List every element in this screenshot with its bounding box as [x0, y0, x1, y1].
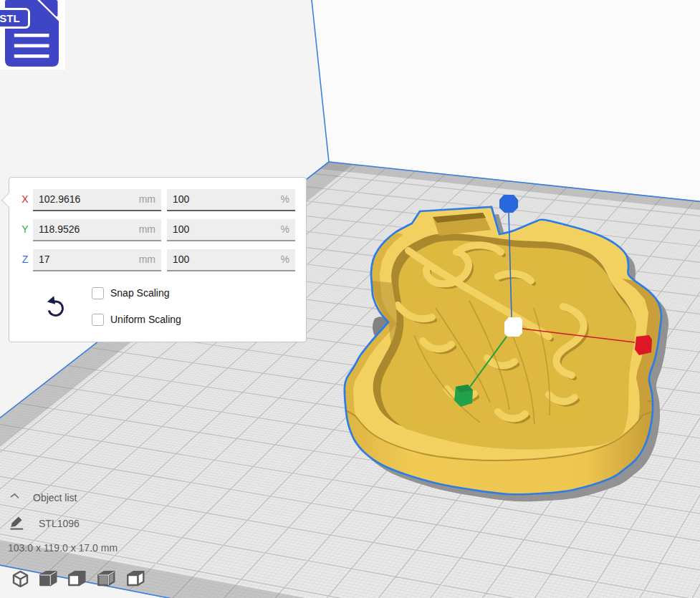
- svg-text:STL: STL: [0, 12, 20, 24]
